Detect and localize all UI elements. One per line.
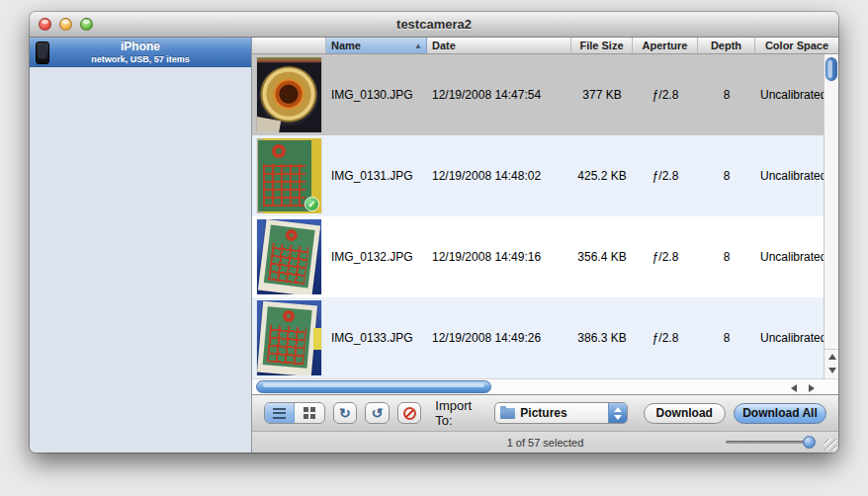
- cell-date: 12/19/2008 14:48:02: [427, 169, 571, 183]
- cell-file-size: 386.3 KB: [571, 331, 633, 345]
- cell-depth: 8: [698, 331, 755, 345]
- column-header-name[interactable]: Name ▲: [326, 38, 427, 53]
- table-row[interactable]: ✓ IMG_0131.JPG 12/19/2008 14:48:02 425.2…: [252, 135, 824, 216]
- cell-date: 12/19/2008 14:49:16: [427, 250, 571, 264]
- cell-name: IMG_0132.JPG: [326, 250, 427, 264]
- selection-status: 1 of 57 selected: [507, 437, 584, 449]
- table-row[interactable]: IMG_0130.JPG 12/19/2008 14:47:54 377 KB …: [252, 54, 824, 135]
- grid-view-button[interactable]: [295, 403, 324, 423]
- status-bar: 1 of 57 selected: [252, 431, 838, 453]
- title-bar[interactable]: testcamera2: [30, 12, 838, 38]
- resize-grip[interactable]: [825, 439, 836, 451]
- photo-thumbnail: [257, 300, 321, 375]
- cell-color-space: Uncalibrated: [755, 331, 824, 345]
- photo-thumbnail: ✓: [257, 138, 321, 213]
- vertical-scrollbar[interactable]: [824, 54, 838, 378]
- grid-view-icon: [304, 407, 315, 419]
- photo-thumbnail: [257, 57, 321, 132]
- cell-aperture: ƒ/2.8: [633, 250, 698, 264]
- rotate-counterclockwise-button[interactable]: ↺: [365, 402, 390, 424]
- popup-stepper-icon: [608, 403, 627, 423]
- cell-depth: 8: [698, 169, 755, 183]
- cell-aperture: ƒ/2.8: [633, 88, 698, 102]
- column-header-aperture[interactable]: Aperture: [633, 38, 698, 53]
- rotate-counterclockwise-icon: ↺: [372, 405, 384, 421]
- list-view-button[interactable]: [265, 403, 295, 423]
- image-capture-window: testcamera2 iPhone network, USB, 57 item…: [30, 12, 838, 453]
- device-name: iPhone: [49, 41, 231, 54]
- table-row[interactable]: IMG_0133.JPG 12/19/2008 14:49:26 386.3 K…: [252, 297, 824, 378]
- horizontal-scrollbar[interactable]: [252, 378, 838, 394]
- column-header-color-space[interactable]: Color Space: [755, 38, 838, 53]
- cell-depth: 8: [698, 88, 755, 102]
- cell-file-size: 356.4 KB: [571, 250, 633, 264]
- horizontal-scrollbar-thumb[interactable]: [256, 380, 491, 393]
- column-header-depth[interactable]: Depth: [698, 38, 755, 53]
- cell-aperture: ƒ/2.8: [633, 331, 698, 345]
- import-to-label: Import To:: [435, 398, 486, 428]
- cell-aperture: ƒ/2.8: [633, 169, 698, 183]
- cell-name: IMG_0133.JPG: [326, 331, 427, 345]
- thumbnail-size-slider[interactable]: [726, 441, 811, 444]
- cell-date: 12/19/2008 14:47:54: [427, 88, 571, 102]
- cell-name: IMG_0130.JPG: [326, 88, 427, 102]
- table-row[interactable]: IMG_0132.JPG 12/19/2008 14:49:16 356.4 K…: [252, 216, 824, 297]
- download-button[interactable]: Download: [644, 403, 726, 424]
- download-all-button[interactable]: Download All: [734, 403, 826, 424]
- iphone-icon: [36, 41, 49, 64]
- vertical-scrollbar-thumb[interactable]: [825, 57, 837, 81]
- cell-date: 12/19/2008 14:49:26: [427, 331, 571, 345]
- cell-file-size: 425.2 KB: [571, 169, 633, 183]
- rotate-clockwise-button[interactable]: ↻: [333, 402, 358, 424]
- list-view-icon: [273, 408, 286, 419]
- column-header-thumbnail[interactable]: [252, 38, 326, 53]
- cell-color-space: Uncalibrated: [755, 169, 824, 183]
- scroll-right-icon[interactable]: [809, 384, 815, 392]
- slider-thumb[interactable]: [803, 436, 816, 449]
- view-mode-segmented-control: [264, 402, 325, 424]
- cell-color-space: Uncalibrated: [755, 88, 824, 102]
- cell-depth: 8: [698, 250, 755, 264]
- sort-ascending-icon: ▲: [414, 41, 422, 50]
- cell-name: IMG_0131.JPG: [326, 169, 427, 183]
- delete-button[interactable]: [397, 402, 422, 424]
- cell-color-space: Uncalibrated: [755, 250, 824, 264]
- column-header-date[interactable]: Date: [427, 38, 571, 53]
- cell-file-size: 377 KB: [571, 88, 633, 102]
- scroll-down-icon[interactable]: [828, 368, 836, 373]
- bottom-toolbar: ↻ ↺ Import To: Pictures Download: [252, 394, 838, 431]
- import-destination-popup[interactable]: Pictures: [494, 402, 627, 424]
- photo-thumbnail: [257, 219, 321, 294]
- photo-table: Name ▲ Date File Size Aperture Depth Col…: [252, 38, 838, 378]
- sidebar-item-iphone[interactable]: iPhone network, USB, 57 items: [30, 38, 251, 67]
- downloaded-check-icon: ✓: [304, 197, 319, 211]
- import-destination-value: Pictures: [520, 406, 566, 420]
- scroll-up-icon[interactable]: [828, 354, 836, 360]
- devices-sidebar: iPhone network, USB, 57 items: [30, 38, 252, 453]
- device-subtitle: network, USB, 57 items: [49, 54, 231, 64]
- rotate-clockwise-icon: ↻: [339, 405, 351, 421]
- column-header-file-size[interactable]: File Size: [571, 38, 633, 53]
- table-header: Name ▲ Date File Size Aperture Depth Col…: [252, 38, 838, 54]
- delete-icon: [403, 407, 416, 420]
- scroll-left-icon[interactable]: [791, 384, 797, 392]
- window-title: testcamera2: [30, 17, 838, 32]
- folder-icon: [500, 408, 515, 419]
